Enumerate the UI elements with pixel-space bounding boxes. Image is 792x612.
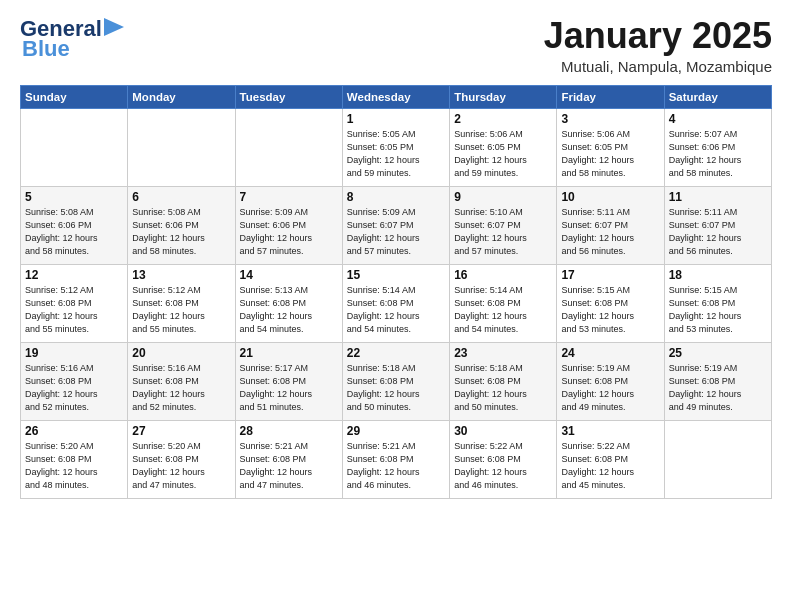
- calendar-cell: 4Sunrise: 5:07 AMSunset: 6:06 PMDaylight…: [664, 108, 771, 186]
- calendar-cell: 24Sunrise: 5:19 AMSunset: 6:08 PMDayligh…: [557, 342, 664, 420]
- calendar-cell: 13Sunrise: 5:12 AMSunset: 6:08 PMDayligh…: [128, 264, 235, 342]
- day-number: 1: [347, 112, 445, 126]
- day-info: Sunrise: 5:06 AMSunset: 6:05 PMDaylight:…: [454, 128, 552, 180]
- day-number: 24: [561, 346, 659, 360]
- calendar-cell: 10Sunrise: 5:11 AMSunset: 6:07 PMDayligh…: [557, 186, 664, 264]
- calendar-cell: 7Sunrise: 5:09 AMSunset: 6:06 PMDaylight…: [235, 186, 342, 264]
- calendar-cell: 20Sunrise: 5:16 AMSunset: 6:08 PMDayligh…: [128, 342, 235, 420]
- day-number: 29: [347, 424, 445, 438]
- calendar-cell: 6Sunrise: 5:08 AMSunset: 6:06 PMDaylight…: [128, 186, 235, 264]
- day-number: 19: [25, 346, 123, 360]
- day-info: Sunrise: 5:14 AMSunset: 6:08 PMDaylight:…: [454, 284, 552, 336]
- calendar-cell: 2Sunrise: 5:06 AMSunset: 6:05 PMDaylight…: [450, 108, 557, 186]
- title-block: January 2025 Mutuali, Nampula, Mozambiqu…: [544, 16, 772, 75]
- day-number: 22: [347, 346, 445, 360]
- calendar-cell: 17Sunrise: 5:15 AMSunset: 6:08 PMDayligh…: [557, 264, 664, 342]
- calendar-cell: 27Sunrise: 5:20 AMSunset: 6:08 PMDayligh…: [128, 420, 235, 498]
- day-info: Sunrise: 5:18 AMSunset: 6:08 PMDaylight:…: [347, 362, 445, 414]
- calendar-cell: 14Sunrise: 5:13 AMSunset: 6:08 PMDayligh…: [235, 264, 342, 342]
- calendar-cell: [664, 420, 771, 498]
- day-number: 8: [347, 190, 445, 204]
- svg-marker-0: [104, 18, 124, 36]
- day-info: Sunrise: 5:21 AMSunset: 6:08 PMDaylight:…: [240, 440, 338, 492]
- day-info: Sunrise: 5:16 AMSunset: 6:08 PMDaylight:…: [25, 362, 123, 414]
- day-info: Sunrise: 5:06 AMSunset: 6:05 PMDaylight:…: [561, 128, 659, 180]
- day-info: Sunrise: 5:07 AMSunset: 6:06 PMDaylight:…: [669, 128, 767, 180]
- calendar-cell: 18Sunrise: 5:15 AMSunset: 6:08 PMDayligh…: [664, 264, 771, 342]
- calendar-cell: 11Sunrise: 5:11 AMSunset: 6:07 PMDayligh…: [664, 186, 771, 264]
- day-number: 5: [25, 190, 123, 204]
- page: General Blue January 2025 Mutuali, Nampu…: [0, 0, 792, 612]
- calendar-title: January 2025: [544, 16, 772, 56]
- day-number: 12: [25, 268, 123, 282]
- calendar-week-row: 19Sunrise: 5:16 AMSunset: 6:08 PMDayligh…: [21, 342, 772, 420]
- day-number: 13: [132, 268, 230, 282]
- day-info: Sunrise: 5:11 AMSunset: 6:07 PMDaylight:…: [669, 206, 767, 258]
- day-info: Sunrise: 5:13 AMSunset: 6:08 PMDaylight:…: [240, 284, 338, 336]
- day-info: Sunrise: 5:15 AMSunset: 6:08 PMDaylight:…: [669, 284, 767, 336]
- day-number: 16: [454, 268, 552, 282]
- calendar-cell: 8Sunrise: 5:09 AMSunset: 6:07 PMDaylight…: [342, 186, 449, 264]
- header-saturday: Saturday: [664, 85, 771, 108]
- day-number: 2: [454, 112, 552, 126]
- logo: General Blue: [20, 16, 124, 62]
- header-thursday: Thursday: [450, 85, 557, 108]
- day-number: 11: [669, 190, 767, 204]
- day-info: Sunrise: 5:18 AMSunset: 6:08 PMDaylight:…: [454, 362, 552, 414]
- day-info: Sunrise: 5:22 AMSunset: 6:08 PMDaylight:…: [561, 440, 659, 492]
- calendar-cell: [128, 108, 235, 186]
- day-number: 17: [561, 268, 659, 282]
- calendar-cell: 26Sunrise: 5:20 AMSunset: 6:08 PMDayligh…: [21, 420, 128, 498]
- calendar-week-row: 12Sunrise: 5:12 AMSunset: 6:08 PMDayligh…: [21, 264, 772, 342]
- day-number: 3: [561, 112, 659, 126]
- calendar-cell: 28Sunrise: 5:21 AMSunset: 6:08 PMDayligh…: [235, 420, 342, 498]
- day-number: 25: [669, 346, 767, 360]
- calendar-cell: 21Sunrise: 5:17 AMSunset: 6:08 PMDayligh…: [235, 342, 342, 420]
- day-info: Sunrise: 5:10 AMSunset: 6:07 PMDaylight:…: [454, 206, 552, 258]
- day-number: 26: [25, 424, 123, 438]
- calendar-cell: 25Sunrise: 5:19 AMSunset: 6:08 PMDayligh…: [664, 342, 771, 420]
- day-info: Sunrise: 5:22 AMSunset: 6:08 PMDaylight:…: [454, 440, 552, 492]
- header: General Blue January 2025 Mutuali, Nampu…: [20, 16, 772, 75]
- day-info: Sunrise: 5:05 AMSunset: 6:05 PMDaylight:…: [347, 128, 445, 180]
- calendar-week-row: 1Sunrise: 5:05 AMSunset: 6:05 PMDaylight…: [21, 108, 772, 186]
- calendar-cell: 29Sunrise: 5:21 AMSunset: 6:08 PMDayligh…: [342, 420, 449, 498]
- day-number: 14: [240, 268, 338, 282]
- day-number: 10: [561, 190, 659, 204]
- day-number: 23: [454, 346, 552, 360]
- logo-blue: Blue: [22, 36, 70, 62]
- calendar-cell: 1Sunrise: 5:05 AMSunset: 6:05 PMDaylight…: [342, 108, 449, 186]
- calendar-table: Sunday Monday Tuesday Wednesday Thursday…: [20, 85, 772, 499]
- day-info: Sunrise: 5:15 AMSunset: 6:08 PMDaylight:…: [561, 284, 659, 336]
- day-info: Sunrise: 5:09 AMSunset: 6:06 PMDaylight:…: [240, 206, 338, 258]
- day-info: Sunrise: 5:19 AMSunset: 6:08 PMDaylight:…: [669, 362, 767, 414]
- header-monday: Monday: [128, 85, 235, 108]
- day-info: Sunrise: 5:14 AMSunset: 6:08 PMDaylight:…: [347, 284, 445, 336]
- header-friday: Friday: [557, 85, 664, 108]
- day-number: 20: [132, 346, 230, 360]
- day-number: 7: [240, 190, 338, 204]
- calendar-cell: [21, 108, 128, 186]
- calendar-cell: 9Sunrise: 5:10 AMSunset: 6:07 PMDaylight…: [450, 186, 557, 264]
- day-info: Sunrise: 5:16 AMSunset: 6:08 PMDaylight:…: [132, 362, 230, 414]
- calendar-cell: 30Sunrise: 5:22 AMSunset: 6:08 PMDayligh…: [450, 420, 557, 498]
- day-number: 4: [669, 112, 767, 126]
- calendar-cell: [235, 108, 342, 186]
- day-info: Sunrise: 5:20 AMSunset: 6:08 PMDaylight:…: [132, 440, 230, 492]
- calendar-cell: 15Sunrise: 5:14 AMSunset: 6:08 PMDayligh…: [342, 264, 449, 342]
- day-number: 27: [132, 424, 230, 438]
- calendar-cell: 31Sunrise: 5:22 AMSunset: 6:08 PMDayligh…: [557, 420, 664, 498]
- calendar-week-row: 26Sunrise: 5:20 AMSunset: 6:08 PMDayligh…: [21, 420, 772, 498]
- day-number: 21: [240, 346, 338, 360]
- calendar-cell: 12Sunrise: 5:12 AMSunset: 6:08 PMDayligh…: [21, 264, 128, 342]
- calendar-header-row: Sunday Monday Tuesday Wednesday Thursday…: [21, 85, 772, 108]
- day-number: 15: [347, 268, 445, 282]
- day-number: 9: [454, 190, 552, 204]
- day-info: Sunrise: 5:12 AMSunset: 6:08 PMDaylight:…: [25, 284, 123, 336]
- header-wednesday: Wednesday: [342, 85, 449, 108]
- day-info: Sunrise: 5:08 AMSunset: 6:06 PMDaylight:…: [132, 206, 230, 258]
- day-info: Sunrise: 5:21 AMSunset: 6:08 PMDaylight:…: [347, 440, 445, 492]
- header-sunday: Sunday: [21, 85, 128, 108]
- day-number: 6: [132, 190, 230, 204]
- day-info: Sunrise: 5:08 AMSunset: 6:06 PMDaylight:…: [25, 206, 123, 258]
